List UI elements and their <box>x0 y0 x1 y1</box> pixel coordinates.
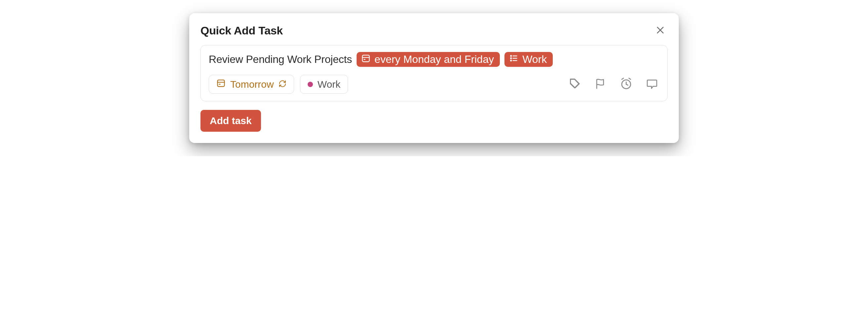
task-input-box[interactable]: Review Pending Work Projects every Monda… <box>200 45 668 101</box>
task-name-text[interactable]: Review Pending Work Projects <box>209 53 352 65</box>
project-color-dot <box>308 82 313 87</box>
close-icon <box>655 25 665 36</box>
schedule-pill[interactable]: every Monday and Friday <box>356 52 500 67</box>
dialog-header: Quick Add Task <box>200 23 668 38</box>
comment-icon <box>646 78 658 91</box>
svg-line-17 <box>622 78 624 79</box>
controls-left: Tomorrow Work <box>209 75 348 94</box>
tag-icon <box>568 78 581 91</box>
reminder-button[interactable] <box>619 77 633 92</box>
task-input-row: Review Pending Work Projects every Monda… <box>209 52 659 67</box>
project-pill[interactable]: Work <box>504 52 553 67</box>
recurring-icon <box>279 79 286 90</box>
project-chip-label: Work <box>317 79 340 90</box>
calendar-icon <box>361 53 371 65</box>
dialog-title: Quick Add Task <box>200 24 283 37</box>
controls-right <box>567 77 659 92</box>
svg-line-16 <box>626 84 628 85</box>
close-button[interactable] <box>653 23 668 38</box>
list-icon <box>509 53 518 65</box>
project-pill-label: Work <box>522 53 547 65</box>
flag-icon <box>594 78 607 91</box>
svg-line-18 <box>629 78 630 79</box>
svg-point-9 <box>511 60 512 61</box>
svg-point-7 <box>511 58 512 59</box>
alarm-clock-icon <box>620 77 633 91</box>
calendar-icon <box>216 79 226 90</box>
schedule-pill-label: every Monday and Friday <box>374 53 494 65</box>
project-chip[interactable]: Work <box>300 75 348 94</box>
add-task-button[interactable]: Add task <box>200 110 261 132</box>
controls-row: Tomorrow Work <box>209 75 659 94</box>
due-date-chip[interactable]: Tomorrow <box>209 75 294 94</box>
comment-button[interactable] <box>645 77 659 92</box>
svg-rect-11 <box>218 80 225 87</box>
svg-rect-2 <box>363 55 370 62</box>
label-button[interactable] <box>567 77 582 92</box>
due-date-label: Tomorrow <box>230 79 274 90</box>
priority-button[interactable] <box>593 77 608 92</box>
quick-add-task-dialog: Quick Add Task Review Pending Work Proje… <box>189 13 679 143</box>
svg-point-5 <box>511 56 512 57</box>
